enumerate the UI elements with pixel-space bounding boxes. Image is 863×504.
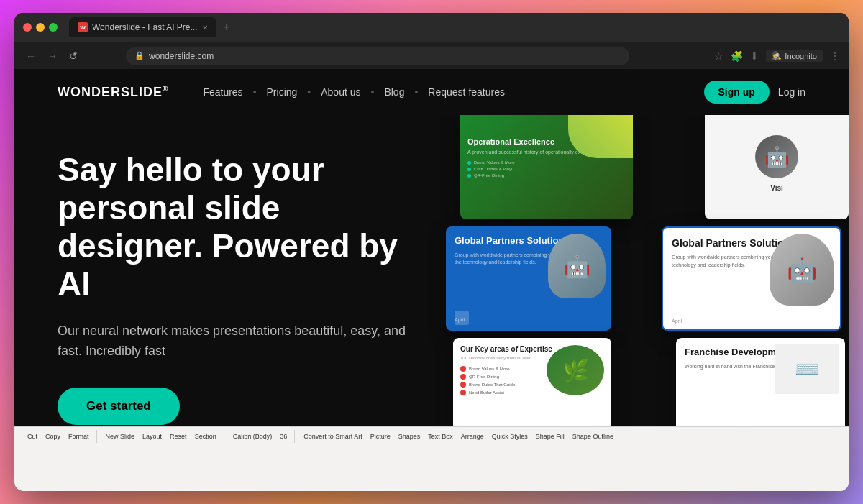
item-dot-icon (460, 382, 466, 388)
nav-pricing[interactable]: Pricing (261, 83, 303, 101)
slide-1-bullet-2: Craft Dishes & Vinyl (467, 167, 626, 171)
slide-5-image: 🌿 (547, 345, 604, 395)
ppt-reset-button[interactable]: Reset (167, 431, 190, 441)
slide-vision-partial: 🤖 Visi (705, 108, 849, 219)
ppt-section-button[interactable]: Section (192, 431, 219, 441)
nav-actions: Sign up Log in (704, 81, 805, 104)
get-started-button[interactable]: Get started (58, 388, 180, 425)
ppt-format-button[interactable]: Format (65, 431, 92, 441)
forward-button[interactable]: → (45, 49, 60, 63)
slide-1-content: Operational Excellence A proven and succ… (460, 108, 633, 219)
browser-window: W Wonderslide - Fast AI Pre... ✕ + ← → ↺… (14, 13, 849, 491)
ppt-layout-button[interactable]: Layout (140, 431, 165, 441)
nav-blog[interactable]: Blog (378, 83, 410, 101)
slide-1-shoe-graphic (568, 108, 633, 158)
ppt-arrange-button[interactable]: Arrange (458, 431, 487, 441)
slide-1-bullets: Brand Values & More Craft Dishes & Vinyl… (467, 160, 626, 178)
item-dot-icon (460, 366, 466, 372)
robot-graphic: 🤖 (755, 135, 798, 178)
ppt-row1: Cut Copy Format New Slide Layout Reset S… (20, 430, 843, 443)
incognito-label: Incognito (785, 52, 817, 60)
hero-title: Say hello to your personal slide designe… (58, 151, 432, 303)
ppt-cut-button[interactable]: Cut (24, 431, 40, 441)
ppt-font-selector[interactable]: Calibri (Body) (230, 431, 275, 441)
back-button[interactable]: ← (23, 49, 39, 63)
tab-close-icon[interactable]: ✕ (202, 24, 208, 32)
ppt-clipboard-group: Cut Copy Format (20, 430, 97, 443)
menu-icon[interactable]: ⋮ (830, 50, 840, 62)
new-tab-button[interactable]: + (219, 21, 234, 34)
slide-3-month: April (455, 317, 603, 322)
keyboard-graphic: ⌨️ (775, 344, 839, 394)
maximize-button[interactable] (49, 23, 58, 32)
slide-3-logo (455, 311, 469, 325)
nav-request[interactable]: Request features (422, 83, 511, 101)
slide-4-robot-graphic: 🤖 (770, 234, 834, 306)
tab-bar: W Wonderslide - Fast AI Pre... ✕ + (69, 17, 234, 37)
ppt-convert-button[interactable]: Convert to Smart Art (301, 431, 365, 441)
download-icon[interactable]: ⬇ (750, 50, 759, 62)
browser-actions: ☆ 🧩 ⬇ 🕵️ Incognito ⋮ (714, 50, 840, 62)
item-dot-icon (460, 390, 466, 395)
login-button[interactable]: Log in (778, 86, 805, 98)
close-button[interactable] (23, 23, 32, 32)
navigation: WONDERSLIDE® Features • Pricing • About … (14, 69, 849, 115)
nav-sep-4: • (414, 86, 418, 98)
hero-section: Say hello to your personal slide designe… (14, 115, 849, 425)
titlebar: W Wonderslide - Fast AI Pre... ✕ + (14, 13, 849, 42)
item-dot-icon (460, 374, 466, 380)
nav-links: Features • Pricing • About us • Blog • R… (197, 83, 703, 101)
bullet-dot-icon (467, 168, 471, 171)
nav-sep-1: • (253, 86, 257, 98)
ppt-picture-button[interactable]: Picture (367, 431, 393, 441)
ppt-size-selector[interactable]: 36 (277, 431, 290, 441)
slide-1-bullet-3: QR-Free Dining (467, 173, 626, 178)
lock-icon: 🔒 (134, 51, 145, 60)
extensions-icon[interactable]: 🧩 (731, 50, 743, 62)
signup-button[interactable]: Sign up (704, 81, 770, 104)
slide-6-content: Franchise Development Working hard in ha… (676, 338, 845, 431)
slide-global-partners-blue: Global Partners Solutions Group with wor… (446, 226, 611, 331)
ppt-textbox-button[interactable]: Text Box (425, 431, 456, 441)
ppt-shapeoutline-button[interactable]: Shape Outline (570, 431, 616, 441)
url-text: wonderslide.com (149, 51, 214, 61)
ppt-insert-group: Convert to Smart Art Picture Shapes Text… (296, 430, 621, 443)
slide-3-content: Global Partners Solutions Group with wor… (446, 226, 611, 331)
slide-franchise: Franchise Development Working hard in ha… (676, 338, 845, 431)
hero-text: Say hello to your personal slide designe… (58, 137, 432, 425)
traffic-lights (23, 23, 58, 32)
tab-title: Wonderslide - Fast AI Pre... (92, 22, 198, 32)
ppt-shapefill-button[interactable]: Shape Fill (533, 431, 567, 441)
slide-1-bullet-1: Brand Values & More (467, 160, 626, 165)
slide-global-partners-white: Global Partners Solutions Group with wor… (662, 226, 841, 331)
slide-operational-excellence: Operational Excellence A proven and succ… (460, 108, 633, 219)
hero-subtitle: Our neural network makes presentations b… (58, 321, 432, 362)
slide-3-robot-graphic: 🤖 (548, 234, 606, 298)
minimize-button[interactable] (36, 23, 45, 32)
ppt-ribbon: Cut Copy Format New Slide Layout Reset S… (14, 427, 849, 491)
ppt-slides-group: New Slide Layout Reset Section (99, 430, 224, 443)
refresh-button[interactable]: ↺ (66, 49, 81, 63)
bullet-dot-icon (467, 161, 471, 165)
logo-text: WONDERSLIDE (58, 85, 163, 99)
slide-4-content: Global Partners Solutions Group with wor… (663, 228, 840, 329)
slide-2-content: 🤖 Visi (744, 124, 810, 203)
logo[interactable]: WONDERSLIDE® (58, 85, 168, 100)
incognito-indicator: 🕵️ Incognito (766, 50, 823, 62)
nav-about[interactable]: About us (315, 83, 366, 101)
url-bar[interactable]: 🔒 wonderslide.com (126, 47, 629, 65)
ppt-font-group: Calibri (Body) 36 (226, 430, 296, 443)
addressbar: ← → ↺ 🔒 wonderslide.com ☆ 🧩 ⬇ 🕵️ Incogni… (14, 42, 849, 69)
nav-features[interactable]: Features (197, 83, 248, 101)
slide-5-content: Our Key areas of Expertise 100 seconds o… (453, 338, 611, 431)
ppt-toolbar: Cut Copy Format New Slide Layout Reset S… (14, 426, 849, 491)
slide-2-label: Visi (755, 184, 798, 192)
bookmark-icon[interactable]: ☆ (714, 50, 723, 62)
nav-sep-3: • (371, 86, 375, 98)
ppt-new-slide-button[interactable]: New Slide (103, 431, 138, 441)
active-tab[interactable]: W Wonderslide - Fast AI Pre... ✕ (69, 17, 216, 37)
slide-4-month: April (672, 319, 682, 324)
ppt-quickstyles-button[interactable]: Quick Styles (489, 431, 531, 441)
ppt-copy-button[interactable]: Copy (42, 431, 63, 441)
ppt-shapes-button[interactable]: Shapes (396, 431, 424, 441)
